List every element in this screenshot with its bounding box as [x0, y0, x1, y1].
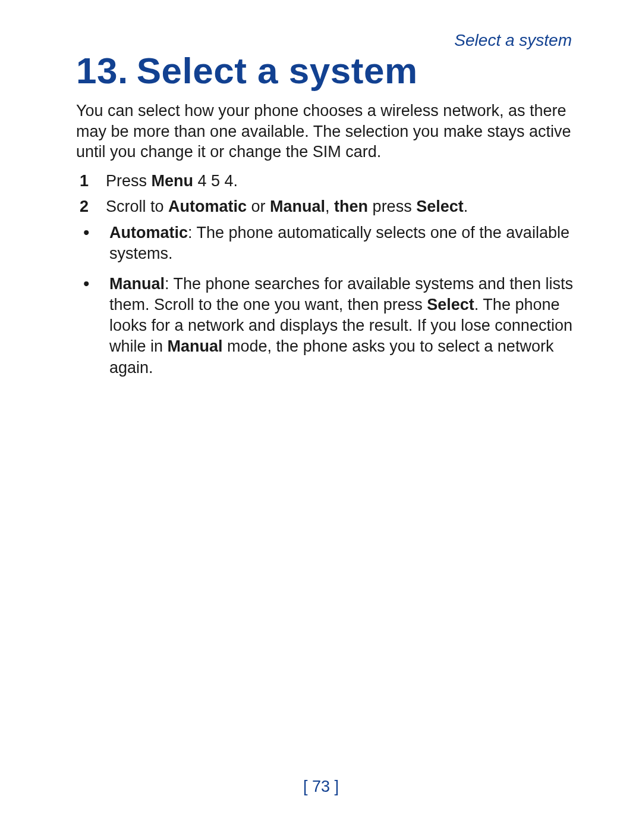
text: or [247, 198, 270, 215]
bold-manual: Manual [168, 337, 223, 355]
step-2: 2 Scroll to Automatic or Manual, then pr… [80, 196, 577, 218]
text: Scroll to [106, 198, 168, 215]
bold-manual: Manual [109, 275, 165, 293]
bullet-automatic: Automatic: The phone automatically selec… [80, 222, 577, 264]
bullet-manual: Manual: The phone searches for available… [80, 274, 577, 378]
step-body: Press Menu 4 5 4. [106, 171, 577, 192]
chapter-title-text: Select a system [137, 50, 418, 91]
step-number: 2 [80, 196, 106, 218]
bold-automatic: Automatic [109, 224, 188, 242]
page-content: 13.Select a system You can select how yo… [76, 51, 577, 388]
bold-select: Select [416, 198, 464, 215]
steps-list: 1 Press Menu 4 5 4. 2 Scroll to Automati… [76, 171, 577, 218]
text: , [325, 198, 334, 215]
chapter-number: 13. [76, 50, 128, 91]
bold-select: Select [427, 296, 474, 314]
bold-manual: Manual [270, 198, 325, 215]
intro-paragraph: You can select how your phone chooses a … [76, 101, 577, 162]
step-body: Scroll to Automatic or Manual, then pres… [106, 196, 577, 218]
running-head: Select a system [454, 31, 572, 50]
bold-then: then [334, 198, 368, 215]
step-number: 1 [80, 171, 106, 192]
page-number: [ 73 ] [0, 778, 642, 796]
text: . [464, 198, 468, 215]
bullet-list: Automatic: The phone automatically selec… [76, 222, 577, 378]
step-1: 1 Press Menu 4 5 4. [80, 171, 577, 192]
text: press [368, 198, 416, 215]
bold-menu: Menu [152, 172, 194, 190]
bold-automatic: Automatic [168, 198, 247, 215]
text: Press [106, 172, 152, 190]
chapter-title: 13.Select a system [76, 51, 577, 90]
text: 4 5 4. [193, 172, 238, 190]
